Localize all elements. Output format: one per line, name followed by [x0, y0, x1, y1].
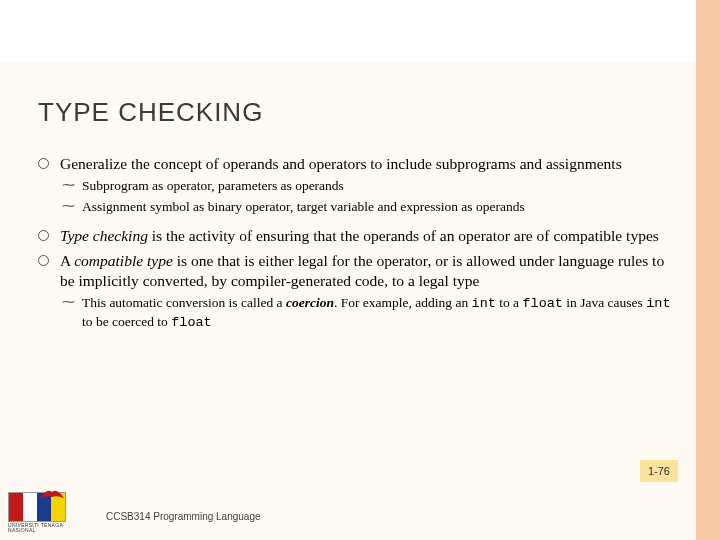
emphasis: Type checking — [60, 227, 148, 244]
code-literal: float — [171, 315, 212, 330]
bullet-compatible-type: A compatible type is one that is either … — [38, 251, 678, 292]
subbullet-coercion: ⁓ This automatic conversion is called a … — [62, 294, 678, 332]
bullet-generalize: Generalize the concept of operands and o… — [38, 154, 678, 174]
slide: TYPE CHECKING Generalize the concept of … — [0, 0, 720, 540]
emphasis-strong: coercion — [286, 295, 334, 310]
footer-text: CCSB314 Programming Language — [106, 511, 261, 522]
logo-text: UNIVERSITI TENAGA NASIONAL — [8, 523, 92, 533]
right-orange-band — [696, 0, 720, 540]
circle-bullet-icon — [38, 251, 60, 292]
bullet-text: A compatible type is one that is either … — [60, 251, 678, 292]
subbullet-text: Assignment symbol as binary operator, ta… — [82, 198, 678, 216]
tilde-bullet-icon: ⁓ — [62, 198, 82, 216]
bullet-text: Generalize the concept of operands and o… — [60, 154, 678, 174]
subbullet-text: Subprogram as operator, parameters as op… — [82, 177, 678, 195]
university-logo: UNIVERSITI TENAGA NASIONAL — [8, 492, 92, 536]
text: . For example, adding an — [334, 295, 472, 310]
slide-content: Generalize the concept of operands and o… — [38, 150, 678, 332]
text: This automatic conversion is called a — [82, 295, 286, 310]
emphasis: compatible type — [74, 252, 173, 269]
code-literal: int — [646, 296, 670, 311]
top-white-band — [0, 0, 720, 62]
text: to be coerced to — [82, 314, 171, 329]
logo-wings-icon — [37, 488, 67, 502]
bullet-type-checking: Type checking is the activity of ensurin… — [38, 226, 678, 246]
subbullet-assignment: ⁓ Assignment symbol as binary operator, … — [62, 198, 678, 216]
tilde-bullet-icon: ⁓ — [62, 177, 82, 195]
tilde-bullet-icon: ⁓ — [62, 294, 82, 332]
bullet-text: Type checking is the activity of ensurin… — [60, 226, 678, 246]
text: is the activity of ensuring that the ope… — [148, 227, 659, 244]
code-literal: float — [522, 296, 563, 311]
text: to a — [496, 295, 523, 310]
circle-bullet-icon — [38, 154, 60, 174]
slide-title: TYPE CHECKING — [38, 97, 263, 128]
text: in Java causes — [563, 295, 646, 310]
text: A — [60, 252, 74, 269]
page-number-badge: 1-76 — [640, 460, 678, 482]
subbullet-subprogram: ⁓ Subprogram as operator, parameters as … — [62, 177, 678, 195]
circle-bullet-icon — [38, 226, 60, 246]
code-literal: int — [472, 296, 496, 311]
subbullet-text: This automatic conversion is called a co… — [82, 294, 678, 332]
